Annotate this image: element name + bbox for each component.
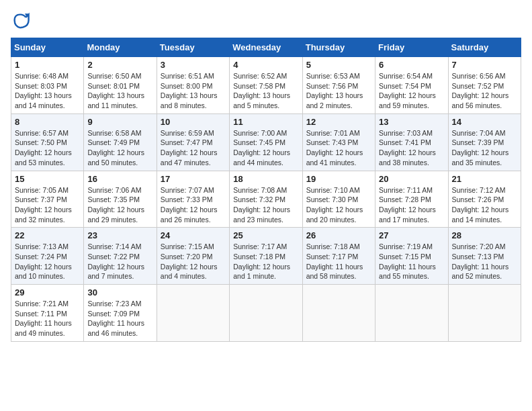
day-info: Sunrise: 7:17 AM Sunset: 7:18 PM Dayligh… xyxy=(233,242,298,281)
day-cell-11: 11Sunrise: 7:00 AM Sunset: 7:45 PM Dayli… xyxy=(230,113,302,171)
day-info: Sunrise: 6:54 AM Sunset: 7:54 PM Dayligh… xyxy=(379,71,444,111)
day-info: Sunrise: 6:59 AM Sunset: 7:47 PM Dayligh… xyxy=(161,128,226,168)
day-info: Sunrise: 7:11 AM Sunset: 7:28 PM Dayligh… xyxy=(379,185,444,225)
day-number: 25 xyxy=(233,230,298,240)
col-header-wednesday: Wednesday xyxy=(230,38,302,57)
day-info: Sunrise: 7:05 AM Sunset: 7:37 PM Dayligh… xyxy=(15,185,80,225)
day-cell-30: 30Sunrise: 7:23 AM Sunset: 7:09 PM Dayli… xyxy=(84,285,157,342)
day-number: 17 xyxy=(161,174,226,184)
day-cell-29: 29Sunrise: 7:21 AM Sunset: 7:11 PM Dayli… xyxy=(11,285,84,342)
day-cell-26: 26Sunrise: 7:18 AM Sunset: 7:17 PM Dayli… xyxy=(302,228,375,285)
day-info: Sunrise: 7:07 AM Sunset: 7:33 PM Dayligh… xyxy=(161,185,226,225)
empty-cell xyxy=(302,285,375,342)
day-info: Sunrise: 7:23 AM Sunset: 7:09 PM Dayligh… xyxy=(87,299,152,338)
day-cell-28: 28Sunrise: 7:20 AM Sunset: 7:13 PM Dayli… xyxy=(448,228,521,285)
day-cell-21: 21Sunrise: 7:12 AM Sunset: 7:26 PM Dayli… xyxy=(448,171,521,228)
day-number: 4 xyxy=(233,60,298,70)
day-number: 8 xyxy=(15,117,80,127)
day-cell-17: 17Sunrise: 7:07 AM Sunset: 7:33 PM Dayli… xyxy=(157,171,229,228)
day-info: Sunrise: 6:53 AM Sunset: 7:56 PM Dayligh… xyxy=(306,71,371,111)
day-info: Sunrise: 6:48 AM Sunset: 8:03 PM Dayligh… xyxy=(15,71,80,111)
day-cell-4: 4Sunrise: 6:52 AM Sunset: 7:58 PM Daylig… xyxy=(230,57,302,114)
logo-icon xyxy=(11,11,30,30)
day-info: Sunrise: 6:58 AM Sunset: 7:49 PM Dayligh… xyxy=(87,128,152,168)
day-cell-8: 8Sunrise: 6:57 AM Sunset: 7:50 PM Daylig… xyxy=(11,113,84,171)
day-number: 27 xyxy=(379,230,444,240)
day-info: Sunrise: 7:19 AM Sunset: 7:15 PM Dayligh… xyxy=(379,242,444,281)
day-cell-10: 10Sunrise: 6:59 AM Sunset: 7:47 PM Dayli… xyxy=(157,113,229,171)
day-number: 19 xyxy=(306,174,371,184)
day-info: Sunrise: 7:12 AM Sunset: 7:26 PM Dayligh… xyxy=(452,185,517,225)
day-cell-2: 2Sunrise: 6:50 AM Sunset: 8:01 PM Daylig… xyxy=(84,57,157,114)
week-row-2: 8Sunrise: 6:57 AM Sunset: 7:50 PM Daylig… xyxy=(11,113,521,171)
empty-cell xyxy=(157,285,229,342)
day-info: Sunrise: 7:04 AM Sunset: 7:39 PM Dayligh… xyxy=(452,128,517,168)
week-row-4: 22Sunrise: 7:13 AM Sunset: 7:24 PM Dayli… xyxy=(11,228,521,285)
day-cell-7: 7Sunrise: 6:56 AM Sunset: 7:52 PM Daylig… xyxy=(448,57,521,114)
empty-cell xyxy=(375,285,448,342)
day-number: 9 xyxy=(87,117,152,127)
day-cell-13: 13Sunrise: 7:03 AM Sunset: 7:41 PM Dayli… xyxy=(375,113,448,171)
day-cell-25: 25Sunrise: 7:17 AM Sunset: 7:18 PM Dayli… xyxy=(230,228,302,285)
week-row-3: 15Sunrise: 7:05 AM Sunset: 7:37 PM Dayli… xyxy=(11,171,521,228)
day-cell-3: 3Sunrise: 6:51 AM Sunset: 8:00 PM Daylig… xyxy=(157,57,229,114)
day-number: 18 xyxy=(233,174,298,184)
day-cell-6: 6Sunrise: 6:54 AM Sunset: 7:54 PM Daylig… xyxy=(375,57,448,114)
day-cell-1: 1Sunrise: 6:48 AM Sunset: 8:03 PM Daylig… xyxy=(11,57,84,114)
day-cell-16: 16Sunrise: 7:06 AM Sunset: 7:35 PM Dayli… xyxy=(84,171,157,228)
day-number: 11 xyxy=(233,117,298,127)
day-number: 1 xyxy=(15,60,80,70)
day-number: 24 xyxy=(161,230,226,240)
calendar-table: SundayMondayTuesdayWednesdayThursdayFrid… xyxy=(11,38,521,342)
day-number: 29 xyxy=(15,287,80,298)
col-header-monday: Monday xyxy=(84,38,157,57)
week-row-5: 29Sunrise: 7:21 AM Sunset: 7:11 PM Dayli… xyxy=(11,285,521,342)
page-header xyxy=(11,11,521,30)
day-cell-23: 23Sunrise: 7:14 AM Sunset: 7:22 PM Dayli… xyxy=(84,228,157,285)
day-info: Sunrise: 7:01 AM Sunset: 7:43 PM Dayligh… xyxy=(306,128,371,168)
day-number: 10 xyxy=(161,117,226,127)
day-info: Sunrise: 7:14 AM Sunset: 7:22 PM Dayligh… xyxy=(87,242,152,281)
day-info: Sunrise: 6:50 AM Sunset: 8:01 PM Dayligh… xyxy=(87,71,152,111)
day-number: 6 xyxy=(379,60,444,70)
day-info: Sunrise: 7:00 AM Sunset: 7:45 PM Dayligh… xyxy=(233,128,298,168)
day-info: Sunrise: 7:18 AM Sunset: 7:17 PM Dayligh… xyxy=(306,242,371,281)
day-number: 3 xyxy=(161,60,226,70)
day-cell-18: 18Sunrise: 7:08 AM Sunset: 7:32 PM Dayli… xyxy=(230,171,302,228)
day-info: Sunrise: 7:20 AM Sunset: 7:13 PM Dayligh… xyxy=(452,242,517,281)
day-info: Sunrise: 7:15 AM Sunset: 7:20 PM Dayligh… xyxy=(161,242,226,281)
week-row-1: 1Sunrise: 6:48 AM Sunset: 8:03 PM Daylig… xyxy=(11,57,521,114)
day-number: 5 xyxy=(306,60,371,70)
day-cell-12: 12Sunrise: 7:01 AM Sunset: 7:43 PM Dayli… xyxy=(302,113,375,171)
day-number: 30 xyxy=(87,287,152,298)
day-cell-5: 5Sunrise: 6:53 AM Sunset: 7:56 PM Daylig… xyxy=(302,57,375,114)
day-info: Sunrise: 6:51 AM Sunset: 8:00 PM Dayligh… xyxy=(161,71,226,111)
day-cell-24: 24Sunrise: 7:15 AM Sunset: 7:20 PM Dayli… xyxy=(157,228,229,285)
day-number: 13 xyxy=(379,117,444,127)
day-number: 21 xyxy=(452,174,517,184)
day-number: 23 xyxy=(87,230,152,240)
col-header-thursday: Thursday xyxy=(302,38,375,57)
day-info: Sunrise: 7:21 AM Sunset: 7:11 PM Dayligh… xyxy=(15,299,80,338)
day-cell-19: 19Sunrise: 7:10 AM Sunset: 7:30 PM Dayli… xyxy=(302,171,375,228)
day-info: Sunrise: 7:06 AM Sunset: 7:35 PM Dayligh… xyxy=(87,185,152,225)
day-cell-22: 22Sunrise: 7:13 AM Sunset: 7:24 PM Dayli… xyxy=(11,228,84,285)
day-info: Sunrise: 7:13 AM Sunset: 7:24 PM Dayligh… xyxy=(15,242,80,281)
day-number: 2 xyxy=(87,60,152,70)
day-number: 20 xyxy=(379,174,444,184)
day-number: 26 xyxy=(306,230,371,240)
day-info: Sunrise: 6:56 AM Sunset: 7:52 PM Dayligh… xyxy=(452,71,517,111)
day-number: 15 xyxy=(15,174,80,184)
day-cell-14: 14Sunrise: 7:04 AM Sunset: 7:39 PM Dayli… xyxy=(448,113,521,171)
day-number: 22 xyxy=(15,230,80,240)
col-header-sunday: Sunday xyxy=(11,38,84,57)
day-number: 28 xyxy=(452,230,517,240)
col-header-friday: Friday xyxy=(375,38,448,57)
empty-cell xyxy=(230,285,302,342)
day-info: Sunrise: 6:52 AM Sunset: 7:58 PM Dayligh… xyxy=(233,71,298,111)
day-number: 16 xyxy=(87,174,152,184)
empty-cell xyxy=(448,285,521,342)
day-info: Sunrise: 7:10 AM Sunset: 7:30 PM Dayligh… xyxy=(306,185,371,225)
day-cell-20: 20Sunrise: 7:11 AM Sunset: 7:28 PM Dayli… xyxy=(375,171,448,228)
day-number: 12 xyxy=(306,117,371,127)
